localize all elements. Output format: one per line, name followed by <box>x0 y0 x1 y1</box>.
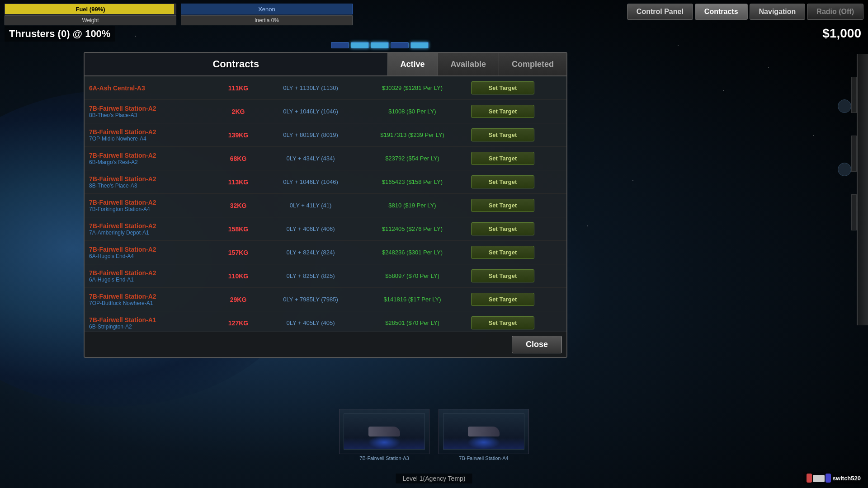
set-target-button[interactable]: Set Target <box>471 293 534 306</box>
station-info: 7B-Fairwell Station-A27A-Amberingly Depo… <box>89 222 216 236</box>
station-to: 7OP-Buttfuck Nowhere-A1 <box>89 300 216 306</box>
weight-bar: Weight <box>5 15 176 25</box>
set-target-button[interactable]: Set Target <box>471 269 534 282</box>
weight-cell: 32KG <box>216 202 261 209</box>
inertia-label: Inertia 0% <box>181 16 352 25</box>
set-target-button[interactable]: Set Target <box>471 199 534 212</box>
switch-screen <box>813 475 825 482</box>
distance-cell: 0LY + 1046LY (1046) <box>261 108 360 115</box>
set-target-button[interactable]: Set Target <box>471 246 534 259</box>
station-to: 7B-Forkington Station-A4 <box>89 206 216 212</box>
station-to: 6B-Margo's Rest-A2 <box>89 159 216 165</box>
distance-cell: 0LY + 1130LY (1130) <box>261 84 360 91</box>
station-info: 7B-Fairwell Station-A27OP-Midlo Nowhere-… <box>89 128 216 142</box>
fuel-bar: Fuel (99%) <box>5 4 176 14</box>
set-target-button[interactable]: Set Target <box>471 222 534 235</box>
switch-icon <box>807 474 831 483</box>
weight-cell: 68KG <box>216 155 261 162</box>
table-row: 7B-Fairwell Station-A26A-Hugo's End-A415… <box>85 241 566 264</box>
ship-display: 7B-Fairwell Station-A3 7B-Fairwell Stati… <box>339 409 529 461</box>
thrusters-label: Thrusters (0) @ 100% <box>5 26 115 42</box>
weight-cell: 113KG <box>216 178 261 186</box>
action-cell: Set Target <box>464 316 541 329</box>
ship-box-1: 7B-Fairwell Station-A3 <box>339 409 429 461</box>
distance-cell: 0LY + 406LY (406) <box>261 225 360 232</box>
ship-label-2: 7B-Fairwell Station-A4 <box>439 455 529 461</box>
station-info: 7B-Fairwell Station-A16B-Stripington-A2 <box>89 316 216 330</box>
reward-cell: $141816 ($17 Per LY) <box>360 296 464 303</box>
set-target-button[interactable]: Set Target <box>471 128 534 141</box>
ship-visual-2 <box>439 409 529 454</box>
distance-cell: 0LY + 1046LY (1046) <box>261 178 360 185</box>
station-info: 7B-Fairwell Station-A26A-Hugo's End-A4 <box>89 246 216 259</box>
weight-cell: 29KG <box>216 296 261 303</box>
table-row: 7B-Fairwell Station-A16B-Stripington-A21… <box>85 311 566 332</box>
hud-pip-2 <box>351 42 369 48</box>
control-panel-button[interactable]: Control Panel <box>627 4 693 20</box>
reward-cell: $23792 ($54 Per LY) <box>360 155 464 162</box>
station-info: 7B-Fairwell Station-A26B-Margo's Rest-A2 <box>89 152 216 165</box>
set-target-button[interactable]: Set Target <box>471 105 534 118</box>
table-row: 7B-Fairwell Station-A26B-Margo's Rest-A2… <box>85 147 566 170</box>
station-to: 6A-Hugo's End-A4 <box>89 253 216 259</box>
switch-right-joycon <box>826 474 831 483</box>
tab-available[interactable]: Available <box>438 53 499 75</box>
station-info: 7B-Fairwell Station-A27OP-Buttfuck Nowhe… <box>89 293 216 306</box>
distance-cell: 0LY + 825LY (825) <box>261 272 360 279</box>
radio-button[interactable]: Radio (Off) <box>807 4 863 20</box>
station-to: 8B-Theo's Place-A3 <box>89 112 216 118</box>
distance-cell: 0LY + 434LY (434) <box>261 155 360 162</box>
weight-cell: 111KG <box>216 84 261 92</box>
action-cell: Set Target <box>464 293 541 306</box>
table-row: 7B-Fairwell Station-A27OP-Midlo Nowhere-… <box>85 123 566 147</box>
tab-completed[interactable]: Completed <box>499 53 566 75</box>
switch-text: switch520 <box>833 475 861 482</box>
set-target-button[interactable]: Set Target <box>471 175 534 188</box>
action-cell: Set Target <box>464 128 541 141</box>
close-button[interactable]: Close <box>512 336 562 353</box>
reward-cell: $1008 ($0 Per LY) <box>360 108 464 115</box>
station-from: 7B-Fairwell Station-A2 <box>89 152 216 159</box>
fuel-label: Fuel (99%) <box>5 4 176 14</box>
panel-title: Contracts <box>85 53 387 75</box>
ship-visual-1 <box>339 409 429 454</box>
station-from: 7B-Fairwell Station-A2 <box>89 175 216 183</box>
station-info: 7B-Fairwell Station-A28B-Theo's Place-A3 <box>89 105 216 118</box>
table-row: 7B-Fairwell Station-A27OP-Buttfuck Nowhe… <box>85 288 566 311</box>
panel-header: Contracts Active Available Completed <box>85 53 566 76</box>
hud-pip-4 <box>391 42 409 48</box>
reward-cell: $30329 ($1281 Per LY) <box>360 84 464 91</box>
tab-active[interactable]: Active <box>387 53 438 75</box>
contracts-table: 6A-Ash Central-A3111KG0LY + 1130LY (1130… <box>85 76 566 332</box>
switch-left-joycon <box>807 474 812 483</box>
xenon-bar-container: Xenon Inertia 0% <box>181 4 353 25</box>
hud-center-pips <box>289 38 470 52</box>
distance-cell: 0LY + 8019LY (8019) <box>261 131 360 138</box>
reward-cell: $28501 ($70 Per LY) <box>360 319 464 326</box>
reward-cell: $165423 ($158 Per LY) <box>360 178 464 185</box>
station-info: 6A-Ash Central-A3 <box>89 84 216 92</box>
inertia-bar: Inertia 0% <box>181 15 353 25</box>
nav-buttons: Control Panel Contracts Navigation Radio… <box>627 4 863 20</box>
navigation-button[interactable]: Navigation <box>750 4 806 20</box>
set-target-button[interactable]: Set Target <box>471 316 534 329</box>
xenon-label: Xenon <box>181 4 352 14</box>
station-to: 7OP-Midlo Nowhere-A4 <box>89 136 216 142</box>
action-cell: Set Target <box>464 105 541 118</box>
hud-pip-1 <box>331 42 349 48</box>
weight-cell: 158KG <box>216 225 261 233</box>
contracts-button[interactable]: Contracts <box>695 4 748 20</box>
table-row: 7B-Fairwell Station-A26A-Hugo's End-A111… <box>85 264 566 288</box>
weight-cell: 127KG <box>216 319 261 327</box>
station-from: 7B-Fairwell Station-A2 <box>89 222 216 230</box>
action-cell: Set Target <box>464 175 541 188</box>
reward-cell: $248236 ($301 Per LY) <box>360 249 464 256</box>
set-target-button[interactable]: Set Target <box>471 152 534 165</box>
action-cell: Set Target <box>464 199 541 212</box>
set-target-button[interactable]: Set Target <box>471 81 534 94</box>
hud-pip-5 <box>410 42 429 48</box>
station-from: 7B-Fairwell Station-A2 <box>89 269 216 277</box>
station-to: 8B-Theo's Place-A3 <box>89 183 216 189</box>
ship-label-1: 7B-Fairwell Station-A3 <box>339 455 429 461</box>
station-from: 7B-Fairwell Station-A2 <box>89 105 216 112</box>
